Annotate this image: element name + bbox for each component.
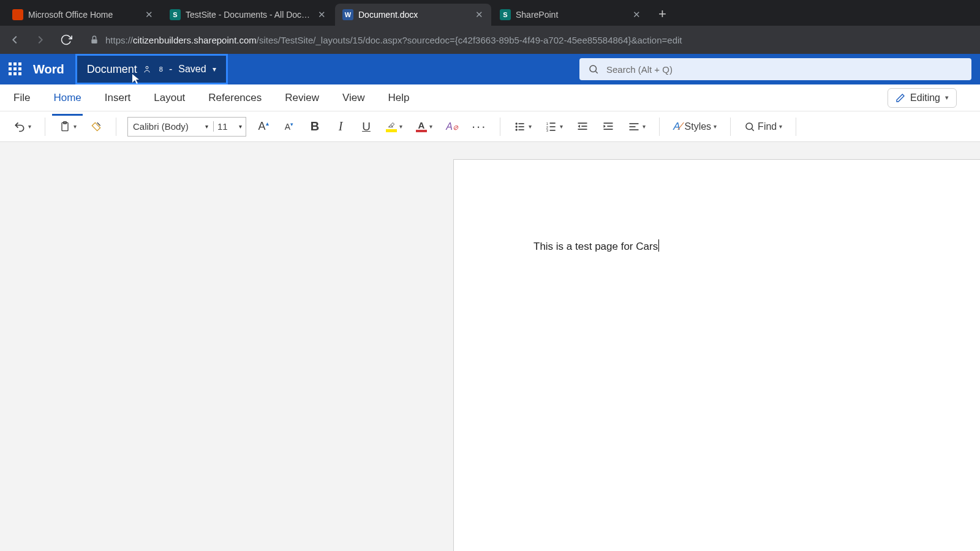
font-size-select[interactable]: 11 ▾ <box>214 121 246 132</box>
italic-button[interactable]: I <box>332 117 349 137</box>
office-icon <box>12 9 23 20</box>
document-body-text[interactable]: This is a test page for Cars <box>533 241 658 252</box>
search-icon <box>744 121 755 132</box>
font-color-button[interactable]: A <box>413 117 435 137</box>
font-controls: Calibri (Body) ▾ 11 ▾ <box>127 117 246 137</box>
svg-rect-9 <box>519 126 524 127</box>
tab-title: SharePoint <box>516 10 627 20</box>
format-painter-button[interactable] <box>88 117 105 137</box>
collaborator-count: 8 <box>159 66 163 73</box>
tab-title: Microsoft Office Home <box>28 10 139 20</box>
browser-toolbar: https://citizenbuilders.sharepoint.com/s… <box>0 26 980 54</box>
search-placeholder: Search (Alt + Q) <box>606 64 673 75</box>
numbering-button[interactable]: 123 <box>543 117 565 137</box>
separator <box>500 118 500 136</box>
svg-rect-13 <box>550 122 556 124</box>
search-icon <box>588 64 599 75</box>
tab-view[interactable]: View <box>341 88 366 108</box>
grow-font-button[interactable]: A▴ <box>255 117 272 137</box>
lock-icon <box>89 35 99 45</box>
document-canvas[interactable]: This is a test page for Cars <box>0 142 980 551</box>
save-status: Saved <box>178 64 206 75</box>
svg-point-1 <box>146 66 148 69</box>
sharepoint-icon: S <box>500 9 511 20</box>
editing-mode-button[interactable]: Editing ▾ <box>888 88 957 108</box>
browser-tab[interactable]: S TestSite - Documents - All Docum ✕ <box>162 4 334 26</box>
close-icon[interactable]: ✕ <box>474 9 484 20</box>
indent-icon <box>602 121 614 133</box>
svg-rect-20 <box>578 129 587 130</box>
tab-home[interactable]: Home <box>52 88 82 108</box>
svg-rect-18 <box>578 122 587 124</box>
svg-point-6 <box>516 122 518 124</box>
new-tab-button[interactable]: + <box>650 6 675 26</box>
close-icon[interactable]: ✕ <box>144 9 154 20</box>
document-title-button[interactable]: Document 8 - Saved ▾ <box>75 54 228 84</box>
underline-button[interactable]: U <box>358 117 375 137</box>
paste-button[interactable] <box>56 117 79 137</box>
share-indicator-icon <box>143 64 153 74</box>
sharepoint-icon: S <box>170 9 181 20</box>
text-caret <box>658 239 659 252</box>
tab-title: TestSite - Documents - All Docum <box>186 10 312 20</box>
ribbon-tabs: File Home Insert Layout References Revie… <box>0 84 980 111</box>
separator <box>796 118 796 136</box>
reload-button[interactable] <box>58 31 75 48</box>
svg-rect-26 <box>630 129 639 130</box>
shrink-font-button[interactable]: A▾ <box>281 117 298 137</box>
app-launcher-icon[interactable] <box>9 62 22 76</box>
svg-point-2 <box>590 66 597 72</box>
separator <box>45 118 45 136</box>
styles-button[interactable]: A⁄ Styles <box>671 117 719 137</box>
clear-formatting-button[interactable]: A⊘ <box>443 117 461 137</box>
separator: - <box>169 64 172 75</box>
svg-point-8 <box>516 126 518 127</box>
browser-tab[interactable]: Microsoft Office Home ✕ <box>5 4 161 26</box>
undo-button[interactable] <box>11 117 34 137</box>
document-name: Document <box>87 63 137 76</box>
bullets-button[interactable] <box>511 117 534 137</box>
svg-rect-11 <box>519 129 524 130</box>
browser-tab[interactable]: S SharePoint ✕ <box>492 4 649 26</box>
decrease-indent-button[interactable] <box>574 117 591 137</box>
separator <box>116 118 116 136</box>
tab-insert[interactable]: Insert <box>104 88 132 108</box>
app-header: Word Document 8 - Saved ▾ Search (Alt + … <box>0 54 980 84</box>
svg-text:3: 3 <box>546 129 548 132</box>
browser-tab-strip: Microsoft Office Home ✕ S TestSite - Doc… <box>0 0 980 26</box>
increase-indent-button[interactable] <box>600 117 617 137</box>
find-button[interactable]: Find <box>742 117 785 137</box>
forward-button[interactable] <box>32 31 49 48</box>
document-page[interactable]: This is a test page for Cars <box>453 159 980 551</box>
editing-mode-label: Editing <box>910 92 940 103</box>
tab-review[interactable]: Review <box>284 88 320 108</box>
chevron-down-icon: ▾ <box>213 65 216 73</box>
align-button[interactable] <box>625 117 648 137</box>
app-brand: Word <box>33 62 64 77</box>
tab-references[interactable]: References <box>207 88 263 108</box>
svg-rect-17 <box>550 130 556 131</box>
bold-button[interactable]: B <box>306 117 323 137</box>
search-input[interactable]: Search (Alt + Q) <box>579 58 971 80</box>
tab-file[interactable]: File <box>12 88 31 108</box>
svg-point-10 <box>516 129 518 130</box>
numbering-icon: 123 <box>545 121 557 133</box>
separator <box>730 118 731 136</box>
close-icon[interactable]: ✕ <box>317 9 326 20</box>
svg-line-28 <box>752 129 754 130</box>
address-bar[interactable]: https://citizenbuilders.sharepoint.com/s… <box>83 35 974 45</box>
highlight-button[interactable] <box>383 117 405 137</box>
svg-rect-21 <box>604 122 613 124</box>
chevron-down-icon: ▾ <box>945 94 949 102</box>
font-name-select[interactable]: Calibri (Body) ▾ <box>128 121 214 132</box>
chevron-down-icon: ▾ <box>205 123 208 130</box>
browser-tab-active[interactable]: W Document.docx ✕ <box>335 4 491 26</box>
svg-rect-7 <box>519 123 524 124</box>
back-button[interactable] <box>6 31 23 48</box>
svg-rect-22 <box>608 126 613 127</box>
close-icon[interactable]: ✕ <box>631 9 641 20</box>
tab-layout[interactable]: Layout <box>153 88 186 108</box>
more-formatting-button[interactable]: ··· <box>469 117 489 137</box>
tab-help[interactable]: Help <box>387 88 411 108</box>
separator <box>659 118 660 136</box>
